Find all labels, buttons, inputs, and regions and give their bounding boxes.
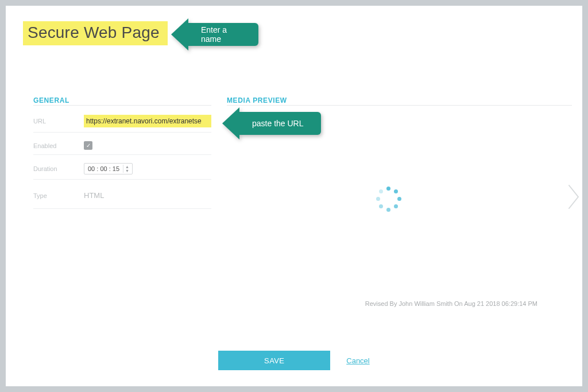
form-row-enabled: Enabled ✓ — [33, 141, 211, 155]
url-label: URL — [33, 118, 84, 125]
form-row-url: URL — [33, 115, 211, 133]
duration-value: 00 : 00 : 15 — [88, 165, 119, 172]
page-title-highlight[interactable]: Secure Web Page — [23, 21, 168, 45]
tooltip-enter-name: Enter a name — [185, 23, 258, 46]
url-input-wrap — [84, 115, 211, 127]
enabled-checkbox[interactable]: ✓ — [84, 141, 92, 150]
url-input[interactable] — [84, 115, 211, 127]
divider — [227, 105, 572, 106]
check-icon: ✓ — [86, 142, 91, 149]
arrow-left-icon — [171, 18, 188, 51]
spinner-up-icon[interactable]: ▲ — [123, 165, 131, 169]
enabled-label: Enabled — [33, 142, 84, 149]
chevron-right-icon — [568, 184, 581, 209]
save-button[interactable]: SAVE — [218, 351, 330, 370]
tooltip-paste-url-text: paste the URL — [252, 119, 304, 128]
page-title-wrap: Secure Web Page — [23, 21, 168, 45]
form-row-type: Type HTML — [33, 187, 211, 209]
form-row-duration: Duration 00 : 00 : 15 ▲ ▼ — [33, 163, 211, 180]
type-label: Type — [33, 192, 84, 199]
arrow-left-icon — [222, 107, 239, 139]
duration-label: Duration — [33, 165, 84, 172]
loading-spinner-icon — [376, 187, 401, 212]
divider — [33, 105, 211, 106]
duration-stepper[interactable]: 00 : 00 : 15 ▲ ▼ — [84, 163, 133, 174]
tooltip-enter-name-text: Enter a name — [201, 25, 249, 44]
tooltip-paste-url: paste the URL — [236, 112, 321, 135]
section-header-general: GENERAL — [33, 96, 69, 104]
editor-panel: Secure Web Page Enter a name GENERAL MED… — [6, 6, 582, 386]
footer-actions: SAVE Cancel — [6, 351, 582, 370]
section-header-media-preview: MEDIA PREVIEW — [227, 96, 287, 104]
spinner-down-icon[interactable]: ▼ — [123, 169, 131, 173]
page-title: Secure Web Page — [28, 24, 160, 41]
revised-by-text: Revised By John William Smith On Aug 21 … — [365, 300, 537, 307]
duration-spinner: ▲ ▼ — [123, 165, 131, 173]
next-button[interactable] — [566, 181, 582, 212]
cancel-link[interactable]: Cancel — [346, 356, 369, 365]
type-value: HTML — [84, 191, 104, 200]
